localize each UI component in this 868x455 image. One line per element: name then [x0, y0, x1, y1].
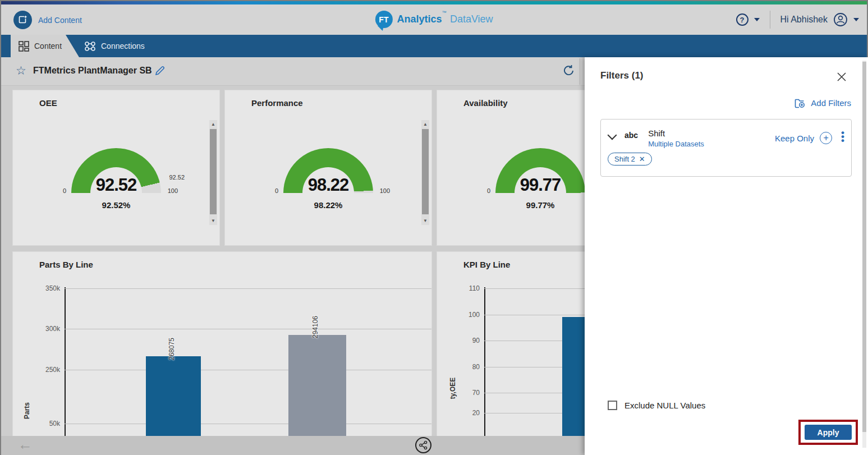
tab-connections[interactable]: Connections: [84, 35, 145, 57]
grid-line: [65, 370, 431, 370]
back-arrow-icon[interactable]: ←: [18, 436, 33, 453]
y-tick-label: 70: [437, 389, 480, 397]
field-type-abc: abc: [624, 131, 638, 140]
tab-content-label: Content: [34, 42, 62, 50]
y-axis-title: ty,OEE: [449, 360, 458, 416]
y-tick-label: 300k: [13, 325, 60, 333]
card-oee: OEE 92.52 0 100 92.52 92.52% ▲ ▼: [13, 90, 219, 245]
gauge-performance: 98.22 0 100: [283, 148, 373, 193]
gauge-min-label: 0: [487, 187, 490, 194]
card-performance: Performance 98.22 0 100 98.22% ▲ ▼: [225, 90, 431, 245]
y-tick: 50k: [13, 420, 431, 428]
y-axis-title: Parts: [23, 383, 32, 439]
scroll-thumb[interactable]: [422, 129, 429, 214]
filters-panel: Filters (1) Add Filters abc Shift Multip…: [585, 57, 868, 455]
chevron-down-icon[interactable]: [608, 131, 617, 140]
card-parts-by-line: Parts By Line 350k 300k 250k 50k Parts 2…: [13, 252, 431, 436]
filter-chip-shift2[interactable]: Shift 2 ✕: [608, 153, 652, 166]
add-content-label: Add Content: [38, 16, 82, 25]
scroll-up-icon[interactable]: ▲: [421, 120, 429, 128]
y-tick-label: 110: [437, 284, 480, 292]
y-tick: 250k: [13, 366, 431, 374]
multiple-datasets-link[interactable]: Multiple Datasets: [648, 140, 704, 148]
user-greeting: Hi Abhishek: [780, 15, 828, 25]
exclude-null-checkbox[interactable]: [608, 401, 617, 410]
gauge-oee: 92.52 0 100 92.52: [71, 148, 161, 193]
tab-bar: Content Connections: [1, 35, 867, 57]
chip-remove-icon[interactable]: ✕: [639, 155, 645, 163]
filter-field-name: Shift: [648, 128, 704, 138]
app-header: Add Content FT Analytics™ DataView ? Hi …: [1, 4, 867, 35]
favorite-star-icon[interactable]: ☆: [16, 64, 26, 77]
help-icon[interactable]: ?: [736, 13, 748, 26]
edit-title-icon[interactable]: [154, 65, 166, 77]
logo-analytics-text: Analytics: [397, 13, 442, 25]
kebab-menu-icon[interactable]: •••: [841, 131, 844, 143]
panel-scrollbar[interactable]: [862, 61, 866, 448]
bar-value-label: 268075: [168, 321, 179, 377]
header-right-cluster: ? Hi Abhishek: [736, 4, 860, 35]
card-scrollbar[interactable]: ▲ ▼: [421, 120, 429, 225]
close-icon[interactable]: [836, 71, 847, 82]
gauge-percent-label: 98.22%: [225, 200, 431, 210]
scroll-thumb[interactable]: [210, 129, 217, 214]
user-dropdown-caret[interactable]: [853, 18, 859, 21]
gauge-max-label: 100: [168, 187, 178, 194]
grid-line: [65, 424, 431, 424]
gauge-value: 98.22: [283, 175, 373, 195]
gauge-min-label: 0: [63, 187, 66, 194]
y-tick-label: 100: [437, 311, 480, 319]
filter-card-header: abc Shift Multiple Datasets Keep Only + …: [609, 128, 844, 148]
keep-only-plus-icon[interactable]: +: [820, 132, 832, 144]
logo-dataview-text: DataView: [450, 13, 493, 25]
y-tick: 300k: [13, 325, 431, 333]
card-scrollbar[interactable]: ▲ ▼: [209, 120, 217, 225]
card-title: Performance: [251, 98, 303, 108]
card-title: KPI By Line: [463, 260, 510, 269]
help-dropdown-caret[interactable]: [754, 18, 760, 21]
user-avatar-icon[interactable]: [833, 12, 848, 27]
ft-logo-icon: FT: [375, 11, 392, 28]
add-content-icon: [13, 11, 32, 29]
logo-trademark: ™: [442, 10, 446, 15]
tab-content[interactable]: Content: [11, 35, 79, 57]
scroll-down-icon[interactable]: ▼: [209, 217, 217, 225]
filters-panel-title: Filters (1): [600, 70, 644, 81]
scroll-up-icon[interactable]: ▲: [209, 120, 217, 128]
apply-button[interactable]: Apply: [805, 425, 852, 440]
gauge-percent-label: 92.52%: [13, 200, 219, 210]
filter-card-shift: abc Shift Multiple Datasets Keep Only + …: [600, 119, 852, 177]
refresh-icon[interactable]: [562, 64, 576, 77]
chip-label: Shift 2: [614, 155, 635, 163]
app-window: Add Content FT Analytics™ DataView ? Hi …: [0, 0, 868, 455]
add-content-button[interactable]: Add Content: [13, 11, 82, 29]
dashboard-title: FTMetrics PlantManager SB: [33, 66, 152, 76]
bar-value-label: 294106: [311, 299, 323, 355]
keep-only-label[interactable]: Keep Only: [775, 134, 814, 143]
y-tick: 350k: [13, 284, 431, 292]
exclude-null-label: Exclude NULL Values: [624, 401, 705, 410]
bottom-bar: ←: [1, 436, 585, 455]
add-filters-button[interactable]: Add Filters: [794, 98, 851, 108]
gauge-max-label: 100: [380, 187, 390, 194]
app-logo: FT Analytics™ DataView: [375, 11, 493, 28]
tab-connections-label: Connections: [101, 42, 145, 50]
y-tick-label: 350k: [13, 284, 60, 292]
gauge-availability: 99.77 0 100: [495, 148, 585, 193]
add-filter-folder-icon: [794, 98, 807, 108]
grid-line: [65, 329, 431, 329]
content-grid-icon: [19, 41, 29, 52]
y-axis: [65, 287, 66, 436]
y-tick-label: 250k: [13, 366, 60, 374]
card-title: OEE: [39, 98, 57, 108]
card-title: Parts By Line: [39, 260, 93, 269]
share-button[interactable]: [415, 437, 431, 453]
panel-scroll-thumb[interactable]: [862, 62, 866, 432]
card-title: Availability: [463, 98, 508, 108]
scroll-down-icon[interactable]: ▼: [421, 217, 429, 225]
gauge-value: 99.77: [495, 175, 585, 195]
add-filters-label: Add Filters: [811, 98, 851, 108]
y-tick-label: 80: [437, 363, 480, 371]
exclude-null-row: Exclude NULL Values: [608, 401, 705, 410]
y-tick-label: 90: [437, 337, 480, 344]
